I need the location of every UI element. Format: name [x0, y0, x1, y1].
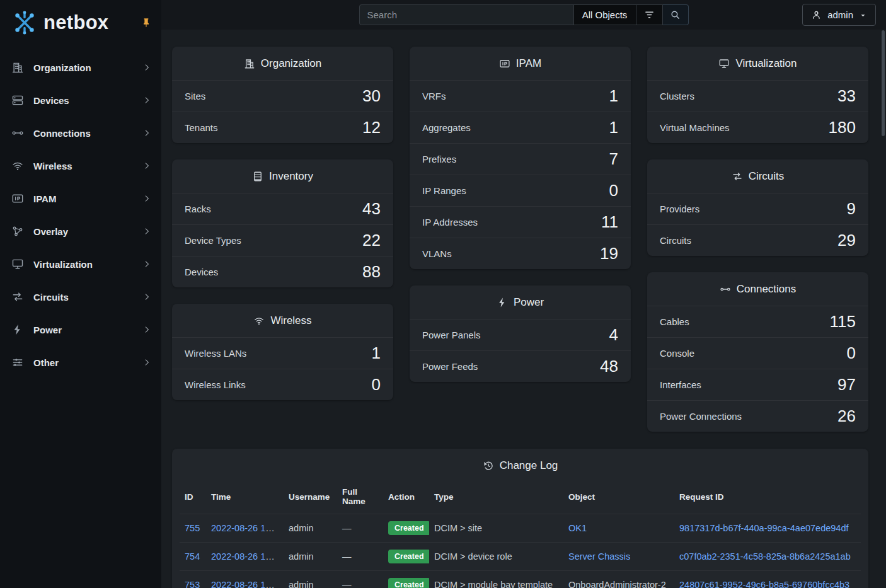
server-icon — [11, 94, 24, 107]
changelog-time-link[interactable]: 2022-08-26 14:15 — [211, 580, 284, 588]
changelog-fullname: — — [337, 571, 383, 588]
stat-value: 4 — [609, 325, 618, 345]
stat-row-vlans[interactable]: VLANs 19 — [410, 238, 631, 269]
changelog-request-id-link[interactable]: 24807c61-9952-49c6-b8a5-69760bfcc4b3 — [679, 580, 849, 588]
changelog-id-link[interactable]: 753 — [185, 580, 200, 588]
changelog-object-link[interactable]: OK1 — [568, 523, 587, 533]
col-header-fullname: Full Name — [337, 482, 383, 514]
sidebar-item-circuits[interactable]: Circuits — [0, 280, 161, 313]
sidebar-item-other[interactable]: Other — [0, 346, 161, 379]
dashboard: Organization Sites 30 Tenants 12 — [161, 30, 886, 588]
stat-row-wireless-lans[interactable]: Wireless LANs 1 — [172, 337, 393, 369]
sidebar-item-label: Power — [33, 325, 142, 335]
stat-label: Circuits — [660, 235, 691, 246]
stat-row-virtual-machines[interactable]: Virtual Machines 180 — [647, 112, 868, 143]
chevron-right-icon — [142, 194, 151, 203]
stat-label: Providers — [660, 204, 699, 214]
stat-row-tenants[interactable]: Tenants 12 — [172, 112, 393, 143]
sidebar-item-label: Virtualization — [33, 259, 142, 270]
stat-row-power-panels[interactable]: Power Panels 4 — [410, 319, 631, 350]
sidebar-item-wireless[interactable]: Wireless — [0, 149, 161, 182]
stat-row-vrfs[interactable]: VRFs 1 — [410, 80, 631, 112]
stat-label: Virtual Machines — [660, 122, 730, 133]
filter-button[interactable] — [636, 4, 663, 25]
chevron-right-icon — [142, 227, 151, 236]
stat-label: Wireless Links — [185, 379, 246, 390]
stat-row-racks[interactable]: Racks 43 — [172, 193, 393, 224]
user-menu-button[interactable]: admin — [802, 4, 876, 26]
sidebar-item-connections[interactable]: Connections — [0, 117, 161, 149]
content-area: All Objects admin Organization — [161, 0, 886, 588]
changelog-request-id-link[interactable]: c07f0ab2-2351-4c58-825a-8b6a2425a1ab — [679, 551, 851, 562]
stat-row-power-feeds[interactable]: Power Feeds 48 — [410, 350, 631, 382]
sidebar-header: netbox — [0, 0, 161, 43]
stat-row-sites[interactable]: Sites 30 — [172, 80, 393, 112]
chevron-right-icon — [142, 96, 151, 105]
building-icon — [244, 58, 255, 69]
stat-value: 29 — [837, 231, 856, 250]
stat-label: Power Panels — [422, 330, 481, 340]
card-title: IPAM — [516, 57, 541, 70]
stat-value: 22 — [362, 231, 381, 250]
stat-label: VLANs — [422, 248, 452, 259]
stat-row-aggregates[interactable]: Aggregates 1 — [410, 112, 631, 143]
stat-row-circuits[interactable]: Circuits 29 — [647, 224, 868, 256]
sidebar-item-label: Circuits — [33, 292, 142, 303]
stat-row-clusters[interactable]: Clusters 33 — [647, 80, 868, 112]
stat-row-prefixes[interactable]: Prefixes 7 — [410, 143, 631, 175]
sidebar-item-ipam[interactable]: IPAM — [0, 182, 161, 215]
wifi-icon — [253, 315, 265, 326]
sidebar-item-virtualization[interactable]: Virtualization — [0, 248, 161, 280]
col-header-type: Type — [429, 482, 563, 514]
changelog-time-link[interactable]: 2022-08-26 14:17 — [211, 551, 284, 562]
building-icon — [11, 61, 24, 74]
stat-row-devices[interactable]: Devices 88 — [172, 256, 393, 287]
changelog-time-link[interactable]: 2022-08-26 14:22 — [211, 523, 284, 533]
action-badge: Created — [388, 578, 429, 588]
changelog-request-id-link[interactable]: 9817317d-b67f-440a-99ca-4ae07ede94df — [679, 523, 848, 533]
search-button[interactable] — [663, 4, 689, 25]
stat-row-device-types[interactable]: Device Types 22 — [172, 224, 393, 256]
stat-row-interfaces[interactable]: Interfaces 97 — [647, 369, 868, 400]
sidebar-item-power[interactable]: Power — [0, 313, 161, 346]
sidebar-item-overlay[interactable]: Overlay — [0, 215, 161, 248]
person-icon — [811, 9, 822, 20]
sliders-icon — [11, 356, 24, 369]
sidebar-item-label: Organization — [33, 62, 142, 73]
card-header: Circuits — [647, 159, 868, 193]
sidebar-item-label: Connections — [33, 128, 142, 139]
changelog-id-link[interactable]: 755 — [185, 523, 200, 533]
search-input[interactable] — [359, 4, 573, 25]
card-circuits: Circuits Providers 9 Circuits 29 — [647, 159, 868, 256]
object-type-selector-button[interactable]: All Objects — [573, 4, 636, 25]
stat-value: 97 — [837, 375, 856, 395]
stat-row-power-connections[interactable]: Power Connections 26 — [647, 400, 868, 432]
sidebar-item-devices[interactable]: Devices — [0, 84, 161, 117]
sidebar-item-label: Devices — [33, 95, 142, 106]
sidebar: netbox Organization Devices Connections — [0, 0, 161, 588]
stat-label: Tenants — [185, 122, 218, 133]
stat-value: 7 — [609, 149, 618, 169]
stat-label: Prefixes — [422, 154, 456, 164]
change-log-table: ID Time Username Full Name Action Type O… — [180, 482, 861, 588]
stat-row-cables[interactable]: Cables 115 — [647, 306, 868, 337]
changelog-id-link[interactable]: 754 — [185, 551, 200, 562]
card-title: Circuits — [749, 170, 785, 183]
stat-row-ip-ranges[interactable]: IP Ranges 0 — [410, 175, 631, 206]
stat-row-ip-addresses[interactable]: IP Addresses 11 — [410, 206, 631, 238]
card-change-log: Change Log ID Time Username — [172, 449, 868, 588]
stat-row-wireless-links[interactable]: Wireless Links 0 — [172, 369, 393, 400]
col-header-action: Action — [383, 482, 429, 514]
stat-label: Clusters — [660, 91, 694, 101]
changelog-object-link[interactable]: Server Chassis — [568, 551, 630, 562]
pin-sidebar-icon[interactable] — [141, 18, 151, 28]
brand-logo[interactable]: netbox — [10, 9, 108, 36]
card-title: Wireless — [270, 314, 311, 327]
cable-icon — [720, 284, 731, 295]
card-header: Wireless — [172, 304, 393, 337]
stat-row-console[interactable]: Console 0 — [647, 337, 868, 369]
stat-row-providers[interactable]: Providers 9 — [647, 193, 868, 224]
sidebar-item-organization[interactable]: Organization — [0, 51, 161, 84]
table-row: 754 2022-08-26 14:17 admin — Created DCI… — [180, 543, 861, 571]
scrollbar-thumb[interactable] — [882, 30, 885, 136]
